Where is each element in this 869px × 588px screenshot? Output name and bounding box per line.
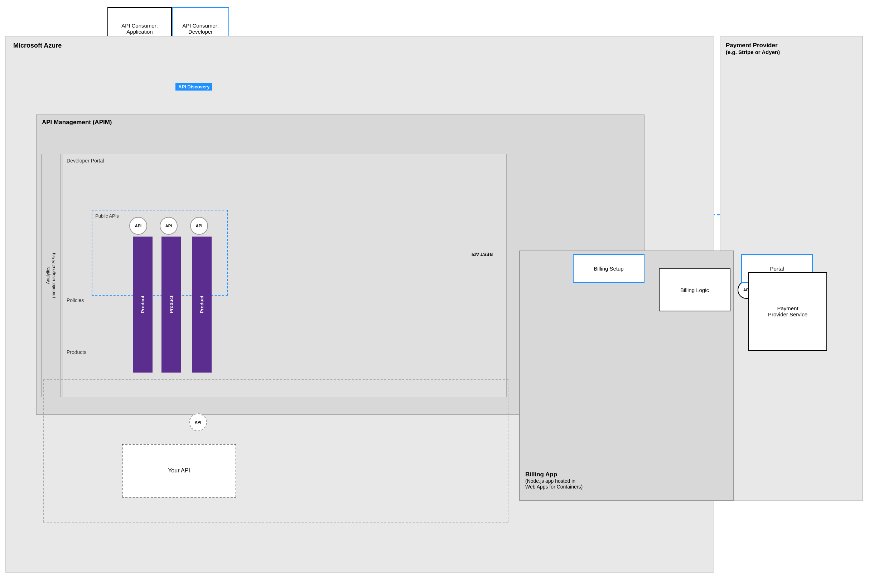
billing-logic-box: Billing Logic	[659, 268, 730, 311]
payment-provider-line2: (e.g. Stripe or Adyen)	[726, 49, 780, 55]
billing-setup-label: Billing Setup	[594, 265, 623, 272]
consumer-dev-label-line2: Developer	[182, 29, 219, 35]
api-circle-2: API	[160, 217, 178, 235]
product-bar-1: Prodcut	[133, 237, 153, 373]
azure-label: Microsoft Azure	[13, 42, 62, 49]
developer-portal-label: Developer Portal	[67, 158, 104, 164]
billing-setup-box: Billing Setup	[573, 254, 645, 283]
apim-label: API Management (APIM)	[42, 119, 112, 126]
your-api-region	[43, 379, 509, 523]
portal-label: Portal	[770, 265, 784, 272]
policies-label: Policies	[67, 298, 84, 303]
products-label: Products	[67, 349, 86, 355]
billing-logic-label: Billing Logic	[680, 287, 709, 293]
pps-line2: Provider Service	[768, 311, 807, 317]
product-bar-2: Product	[162, 237, 181, 373]
payment-provider-service-box: Payment Provider Service	[748, 272, 827, 351]
payment-provider-label: Payment Provider (e.g. Stripe or Adyen)	[726, 42, 780, 55]
diagram-container: API Consumer: Application API Consumer: …	[0, 0, 869, 588]
payment-provider-line1: Payment Provider	[726, 42, 780, 49]
api-discovery-label: API Discovery	[175, 83, 212, 90]
consumer-app-label-line2: Application	[122, 29, 158, 35]
apim-inner-box: Developer Portal Policies Products Publi…	[63, 154, 507, 397]
billing-app-label: Billing App (Node.js app hosted in Web A…	[525, 471, 583, 490]
consumer-app-label-line1: API Consumer:	[122, 22, 158, 29]
consumer-dev-label-line1: API Consumer:	[182, 22, 219, 29]
pps-line1: Payment	[768, 305, 807, 311]
api-circle-3: API	[190, 217, 208, 235]
rest-api-label: REST API	[472, 252, 493, 257]
analytics-label: Analytics(monitor usage of APIs)	[46, 253, 56, 298]
analytics-sidebar: Analytics(monitor usage of APIs)	[41, 154, 61, 397]
api-circle-1: API	[129, 217, 147, 235]
product-bar-3: Product	[192, 237, 212, 373]
